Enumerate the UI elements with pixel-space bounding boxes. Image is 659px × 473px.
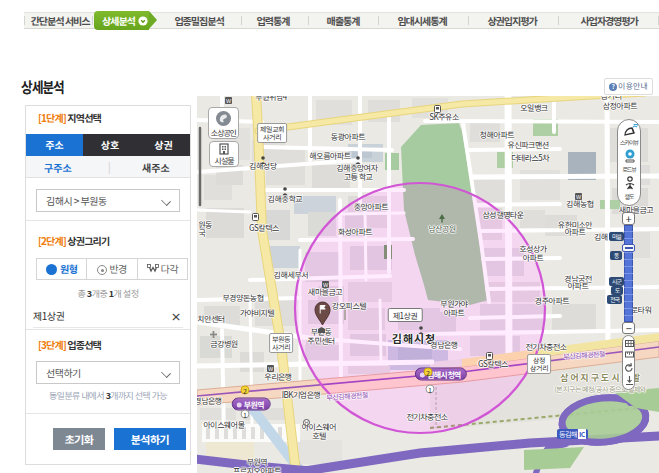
svg-text:W: W — [323, 282, 329, 288]
svg-text:W: W — [576, 194, 582, 200]
svg-text:W: W — [226, 98, 232, 104]
svg-text:W: W — [268, 366, 274, 372]
